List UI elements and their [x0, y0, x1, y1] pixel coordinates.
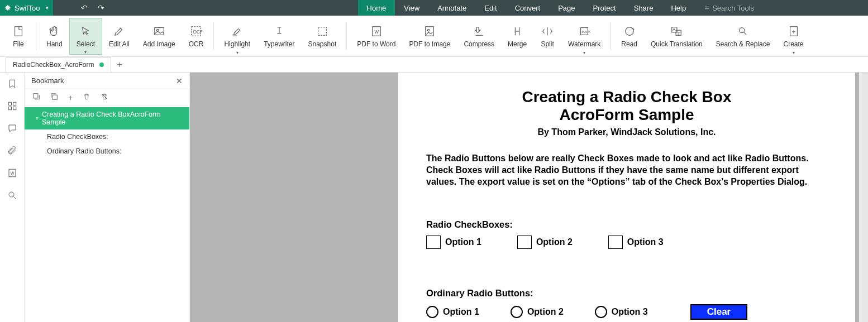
ribbon-edit-all[interactable]: Edit All: [102, 18, 136, 55]
ribbon-select[interactable]: Select▾: [69, 18, 102, 55]
ribbon-pdf-to-word[interactable]: WPDF to Word: [350, 18, 402, 55]
ribbon-merge[interactable]: Merge: [501, 18, 533, 55]
page-author: By Thom Parker, WindJack Solutions, Inc.: [426, 127, 827, 137]
menu-annotate[interactable]: Annotate: [428, 0, 475, 16]
svg-point-14: [428, 29, 430, 31]
bookmark-item[interactable]: Radio CheckBoxes:: [25, 129, 189, 144]
chevron-down-icon: ▾: [583, 50, 585, 55]
svg-rect-6: [155, 27, 164, 35]
ribbon-highlight[interactable]: Highlight▾: [217, 18, 257, 55]
ribbon-typewriter[interactable]: Typewriter: [257, 18, 301, 55]
svg-rect-23: [8, 102, 11, 105]
merge-icon: [511, 25, 523, 38]
menu-help[interactable]: Help: [662, 0, 695, 16]
chevron-down-icon: ▾: [84, 50, 87, 55]
menu-protect[interactable]: Protect: [584, 0, 625, 16]
search-rail-icon[interactable]: [7, 190, 18, 201]
document-tab[interactable]: RadioCheckBox_AcroForm: [6, 57, 111, 72]
expand-bookmark-icon[interactable]: [32, 93, 40, 102]
section-radio-checkboxes: Radio CheckBoxes:: [426, 219, 827, 230]
ribbon-hand[interactable]: Hand: [40, 18, 69, 55]
menu-page[interactable]: Page: [549, 0, 584, 16]
search-replace-icon: [737, 25, 749, 38]
bookmark-item[interactable]: ▿Creating a Radio Check BoxAcroForm Samp…: [25, 107, 189, 129]
pdf-page: Creating a Radio Check Box AcroForm Samp…: [398, 73, 855, 322]
checkbox-row: Option 1 Option 2 Option 3: [426, 236, 827, 249]
checkbox-option-1[interactable]: [426, 236, 441, 249]
undo-icon[interactable]: ↶: [81, 3, 88, 12]
ribbon-snapshot[interactable]: Snapshot: [302, 18, 344, 55]
attachments-rail-icon[interactable]: [7, 145, 18, 156]
chevron-down-icon: ▾: [46, 5, 49, 11]
radio-option-1[interactable]: [426, 306, 438, 318]
ribbon-search-replace[interactable]: Search & Replace: [709, 18, 777, 55]
menu-home[interactable]: Home: [358, 0, 395, 16]
search-tools[interactable]: ⌗: [705, 3, 779, 12]
bookmark-rail-icon[interactable]: [7, 78, 18, 89]
ribbon: FileHandSelect▾Edit AllAdd ImageOCROCRHi…: [0, 16, 868, 57]
snapshot-icon: [316, 25, 328, 38]
svg-text:OCR: OCR: [193, 29, 203, 34]
page-title: Creating a Radio Check Box AcroForm Samp…: [426, 88, 827, 124]
bookmark-panel-header: Bookmark ✕: [25, 73, 189, 89]
titlebar: ✸ SwifToo ▾ ↶ ↷ HomeViewAnnotateEditConv…: [0, 0, 868, 16]
unsaved-dot-icon: [99, 63, 104, 67]
menu-view[interactable]: View: [395, 0, 428, 16]
add-tab-button[interactable]: +: [117, 60, 122, 70]
select-icon: [79, 25, 92, 38]
document-viewer[interactable]: Creating a Radio Check Box AcroForm Samp…: [190, 73, 868, 322]
pdf-to-image-icon: [423, 25, 436, 38]
comments-rail-icon[interactable]: [7, 123, 18, 134]
menu-share[interactable]: Share: [625, 0, 662, 16]
ribbon-add-image[interactable]: Add Image: [136, 18, 182, 55]
side-rail: [0, 73, 25, 322]
compress-icon: [473, 25, 485, 38]
ribbon-watermark[interactable]: MARKWatermark▾: [561, 18, 607, 55]
svg-point-28: [9, 192, 14, 197]
bookmark-toolbar: +: [25, 89, 189, 106]
ribbon-ocr[interactable]: OCROCR: [182, 18, 211, 55]
ribbon-read[interactable]: Read: [614, 18, 644, 55]
vertical-scrollbar[interactable]: [859, 73, 868, 322]
svg-text:A: A: [673, 27, 676, 31]
thumbnails-rail-icon[interactable]: [7, 100, 18, 112]
radio-option-2[interactable]: [511, 306, 523, 318]
radio-option-3[interactable]: [595, 306, 607, 318]
close-icon[interactable]: ✕: [176, 76, 183, 85]
edit-all-icon: [113, 25, 125, 38]
svg-rect-25: [8, 107, 11, 110]
checkbox-option-3[interactable]: [608, 236, 623, 249]
collapse-bookmark-icon[interactable]: [50, 93, 58, 102]
ribbon-file[interactable]: File: [4, 18, 32, 55]
svg-rect-26: [13, 107, 16, 110]
add-bookmark-icon[interactable]: +: [68, 93, 73, 102]
ribbon-compress[interactable]: Compress: [457, 18, 501, 55]
collapse-icon: ▿: [36, 116, 39, 121]
ribbon-pdf-to-image[interactable]: PDF to Image: [402, 18, 457, 55]
svg-rect-27: [9, 169, 16, 177]
section-radio-buttons: Ordinary Radio Buttons:: [426, 288, 827, 299]
add-image-icon: [153, 25, 165, 38]
bookmark-item-label: Radio CheckBoxes:: [47, 133, 108, 141]
checkbox-option-2[interactable]: [517, 236, 532, 249]
search-grid-icon: ⌗: [705, 3, 709, 12]
bookmark-item[interactable]: Ordinary Radio Buttons:: [25, 144, 189, 158]
redo-icon[interactable]: ↷: [98, 3, 104, 12]
bookmark-panel-title: Bookmark: [31, 76, 64, 85]
app-name: SwifToo: [15, 4, 40, 12]
ribbon-split[interactable]: Split: [533, 18, 561, 55]
app-menu-button[interactable]: ✸ SwifToo ▾: [0, 0, 53, 16]
document-tab-label: RadioCheckBox_AcroForm: [13, 61, 94, 69]
file-icon: [12, 25, 25, 38]
delete-all-bookmarks-icon[interactable]: [101, 93, 108, 102]
ribbon-quick-translation[interactable]: A文Quick Translation: [644, 18, 709, 55]
menu-edit[interactable]: Edit: [475, 0, 505, 16]
bookmark-item-label: Ordinary Radio Buttons:: [47, 147, 121, 155]
ribbon-create[interactable]: Create▾: [776, 18, 810, 55]
delete-bookmark-icon[interactable]: [83, 93, 90, 102]
clear-button[interactable]: Clear: [690, 304, 748, 320]
search-input[interactable]: [712, 4, 779, 12]
menu-convert[interactable]: Convert: [506, 0, 550, 16]
app-logo-icon: ✸: [4, 3, 11, 12]
word-rail-icon[interactable]: [7, 167, 18, 179]
